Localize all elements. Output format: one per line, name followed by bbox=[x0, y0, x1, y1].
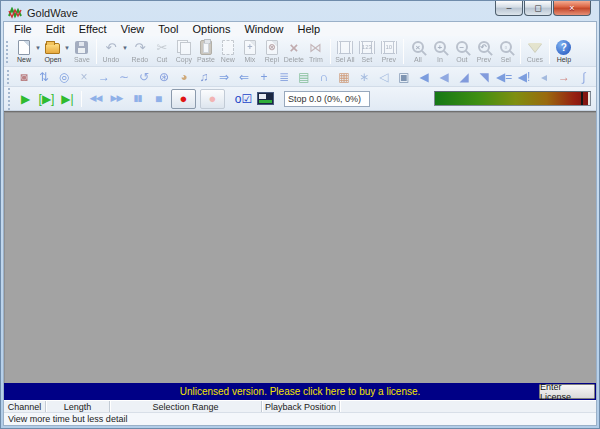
wave-shape-icon[interactable]: ∫ bbox=[576, 71, 592, 83]
pitch-icon[interactable]: × bbox=[76, 71, 92, 83]
copy-pages-icon bbox=[177, 40, 191, 55]
chevron-down-icon[interactable]: ▼ bbox=[64, 45, 70, 51]
smoother-icon[interactable]: ∗ bbox=[356, 71, 372, 83]
toolbar-grip[interactable] bbox=[7, 70, 11, 84]
fade-in-icon[interactable]: ◢ bbox=[456, 71, 472, 83]
chevron-down-icon[interactable]: ▼ bbox=[35, 45, 41, 51]
spectrum-icon[interactable]: ▤ bbox=[296, 71, 312, 83]
pause-button[interactable]: ▮▮ bbox=[127, 92, 148, 105]
maximize-button[interactable]: ◻ bbox=[524, 1, 552, 16]
stop-button[interactable]: ■ bbox=[148, 91, 169, 107]
filter-icon[interactable]: ◕ bbox=[176, 71, 192, 83]
select-all-icon bbox=[337, 41, 353, 54]
rewind-button[interactable]: ◀◀ bbox=[85, 92, 106, 105]
menu-effect[interactable]: Effect bbox=[72, 23, 114, 36]
toolbar-grip[interactable] bbox=[8, 88, 12, 110]
control-properties-button[interactable]: o☑ bbox=[233, 91, 254, 107]
zoom-all-button[interactable]: × All bbox=[407, 37, 429, 66]
record-button[interactable]: ● bbox=[171, 89, 196, 109]
delete-button[interactable]: × Delete bbox=[283, 37, 305, 66]
titlebar[interactable]: GoldWave – ◻ × bbox=[1, 1, 599, 21]
cues-button[interactable]: Cues bbox=[524, 37, 546, 66]
status-bar: Channel Length Selection Range Playback … bbox=[4, 400, 596, 412]
record-pause-button[interactable]: ● bbox=[200, 89, 225, 109]
undo-icon: ↶ bbox=[105, 41, 116, 54]
zoom-in-button[interactable]: + In bbox=[429, 37, 451, 66]
close-button[interactable]: × bbox=[553, 1, 591, 16]
pan-icon[interactable]: + bbox=[256, 71, 272, 83]
offset-icon[interactable]: ⇅ bbox=[36, 71, 52, 83]
button-label: Set bbox=[362, 56, 373, 63]
save-button[interactable]: Save bbox=[71, 37, 93, 66]
menu-view[interactable]: View bbox=[114, 23, 152, 36]
fast-forward-button[interactable]: ▶▶ bbox=[106, 92, 127, 105]
menu-help[interactable]: Help bbox=[291, 23, 328, 36]
open-button[interactable]: Open bbox=[42, 37, 64, 66]
play-selection-button[interactable]: [▶] bbox=[36, 91, 57, 107]
button-label: Help bbox=[557, 56, 571, 63]
zoom-selection-button[interactable]: ▫ Sel bbox=[495, 37, 517, 66]
select-all-button[interactable]: Sel All bbox=[334, 37, 356, 66]
minimize-button[interactable]: – bbox=[495, 1, 523, 16]
play-button[interactable]: ▶ bbox=[15, 91, 36, 107]
playback-rate-icon[interactable]: → bbox=[96, 71, 112, 83]
copy-button[interactable]: Copy bbox=[173, 37, 195, 66]
menu-window[interactable]: Window bbox=[237, 23, 290, 36]
redo-button[interactable]: ↷ Redo bbox=[129, 37, 151, 66]
mix-button[interactable]: + Mix bbox=[239, 37, 261, 66]
set-marker-button[interactable]: 123 Set bbox=[356, 37, 378, 66]
help-question-icon: ? bbox=[556, 40, 571, 55]
button-label: Sel bbox=[501, 56, 511, 63]
replace-button[interactable]: ⊗ Repl bbox=[261, 37, 283, 66]
paste-button[interactable]: Paste bbox=[195, 37, 217, 66]
mute-icon[interactable]: ◂ bbox=[536, 71, 552, 83]
time-backward-icon[interactable]: ⇐ bbox=[236, 71, 252, 83]
flanger-icon[interactable]: ∼ bbox=[116, 71, 132, 83]
help-button[interactable]: ? Help bbox=[553, 37, 575, 66]
silence-icon[interactable]: ◁ bbox=[376, 71, 392, 83]
menu-tool[interactable]: Tool bbox=[151, 23, 185, 36]
volume-shape-icon[interactable]: ◀ bbox=[436, 71, 452, 83]
menu-options[interactable]: Options bbox=[185, 23, 237, 36]
doppler-icon[interactable]: ◎ bbox=[56, 71, 72, 83]
toolbar-grip[interactable] bbox=[6, 41, 10, 63]
previous-marker-button[interactable]: 10 Prev bbox=[378, 37, 400, 66]
reverse-icon[interactable]: ↺ bbox=[136, 71, 152, 83]
reverb-icon[interactable]: ∩ bbox=[316, 71, 332, 83]
record-icon: ● bbox=[180, 92, 188, 105]
button-label: Sel All bbox=[335, 56, 354, 63]
zoom-previous-button[interactable]: ↶ Prev bbox=[473, 37, 495, 66]
zoom-out-button[interactable]: − Out bbox=[451, 37, 473, 66]
menu-edit[interactable]: Edit bbox=[39, 23, 72, 36]
cut-button[interactable]: ✂ Cut bbox=[151, 37, 173, 66]
fade-out-icon[interactable]: ◥ bbox=[476, 71, 492, 83]
time-forward-icon[interactable]: ⇒ bbox=[216, 71, 232, 83]
play-all-button[interactable]: ▶| bbox=[57, 91, 78, 107]
new-button[interactable]: New bbox=[13, 37, 35, 66]
info-bar-text: View more time but less detail bbox=[8, 414, 127, 424]
maximize-volume-icon[interactable]: ◀! bbox=[516, 71, 532, 83]
paste-new-icon bbox=[222, 40, 234, 55]
paste-new-button[interactable]: New bbox=[217, 37, 239, 66]
button-label: Copy bbox=[176, 56, 192, 63]
trim-icon: ⋈ bbox=[309, 41, 322, 54]
interpolate-icon[interactable]: ♫ bbox=[196, 71, 212, 83]
volume-icon[interactable]: ◀ bbox=[416, 71, 432, 83]
undo-button[interactable]: ↶ Undo bbox=[100, 37, 122, 66]
enter-license-button[interactable]: Enter License bbox=[539, 384, 595, 399]
filter-matrix-icon[interactable]: ▦ bbox=[336, 71, 352, 83]
equalizer-icon[interactable]: ≣ bbox=[276, 71, 292, 83]
noise-gate-icon[interactable]: ◙ bbox=[16, 71, 32, 83]
trim-button[interactable]: ⋈ Trim bbox=[305, 37, 327, 66]
button-label: In bbox=[437, 56, 443, 63]
mechanize-icon[interactable]: ⊛ bbox=[156, 71, 172, 83]
button-label: Mix bbox=[244, 56, 255, 63]
license-banner[interactable]: Unlicensed version. Please click here to… bbox=[4, 383, 596, 400]
chevron-down-icon[interactable]: ▼ bbox=[122, 45, 128, 51]
menu-file[interactable]: File bbox=[7, 23, 39, 36]
button-label: Cues bbox=[527, 56, 543, 63]
device-monitor-icon[interactable] bbox=[257, 92, 274, 105]
transpose-icon[interactable]: → bbox=[556, 71, 572, 83]
visual-icon[interactable]: ▣ bbox=[396, 71, 412, 83]
match-volume-icon[interactable]: ◀= bbox=[496, 71, 512, 83]
